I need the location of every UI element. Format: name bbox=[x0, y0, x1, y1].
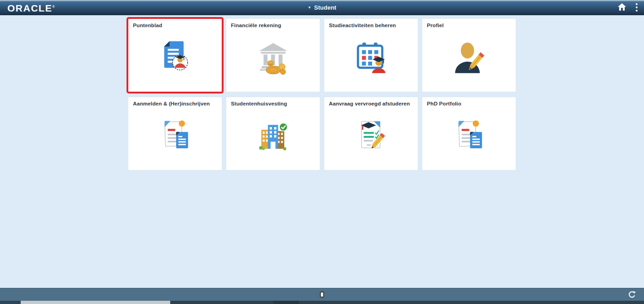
caret-marker bbox=[320, 292, 324, 298]
home-button[interactable] bbox=[617, 3, 627, 12]
tile-financiele-rekening[interactable]: Financiële rekening bbox=[226, 18, 320, 92]
tile-label: Profiel bbox=[422, 19, 516, 28]
actions-menu-button[interactable] bbox=[636, 3, 638, 12]
tile-label: PhD Portfolio bbox=[422, 97, 516, 106]
person-pencil-icon bbox=[422, 31, 516, 87]
tile-puntenblad[interactable]: Puntenblad bbox=[128, 18, 222, 92]
tile-label: Aanvraag vervroegd afstuderen bbox=[324, 97, 418, 106]
tile-aanmelden-herinschrijven[interactable]: Aanmelden & (Her)inschrijven bbox=[128, 97, 222, 170]
homepage-selector-dropdown[interactable]: ▼ Student bbox=[308, 0, 336, 15]
tile-profiel[interactable]: Profiel bbox=[422, 18, 516, 92]
top-navigation-bar: ORACLE® ▼ Student bbox=[0, 0, 644, 15]
home-icon bbox=[617, 3, 627, 12]
more-vertical-icon bbox=[636, 3, 638, 12]
tile-label: Studentenhuisvesting bbox=[226, 97, 320, 106]
graduation-checklist-pencil-icon bbox=[324, 109, 418, 165]
calendar-graduate-icon bbox=[324, 31, 418, 87]
tile-aanvraag-vervroegd-afstuderen[interactable]: Aanvraag vervroegd afstuderen bbox=[324, 97, 418, 170]
tile-grid: Puntenblad Financiële rekening bbox=[128, 18, 516, 170]
tile-label: Studieactiviteiten beheren bbox=[324, 19, 418, 28]
oracle-logo: ORACLE® bbox=[0, 0, 55, 15]
tile-phd-portfolio[interactable]: PhD Portfolio bbox=[422, 97, 516, 170]
homepage-title: Student bbox=[314, 4, 336, 11]
tile-label: Puntenblad bbox=[128, 19, 222, 28]
stacked-documents-badge-icon bbox=[422, 109, 516, 165]
registered-mark: ® bbox=[52, 5, 55, 8]
refresh-button[interactable] bbox=[627, 290, 637, 301]
transcript-document-graduate-badge-icon bbox=[128, 31, 222, 87]
tile-studentenhuisvesting[interactable]: Studentenhuisvesting bbox=[226, 97, 320, 170]
tile-label: Aanmelden & (Her)inschrijven bbox=[128, 97, 222, 106]
buildings-checkmark-icon bbox=[226, 109, 320, 165]
taskbar-strip bbox=[0, 301, 644, 304]
tile-studieactiviteiten-beheren[interactable]: Studieactiviteiten beheren bbox=[324, 18, 418, 92]
taskbar-segment bbox=[0, 301, 21, 304]
footer-bar bbox=[0, 288, 644, 301]
tile-label: Financiële rekening bbox=[226, 19, 320, 28]
taskbar-segment bbox=[274, 301, 299, 304]
taskbar-segment bbox=[21, 301, 170, 304]
stacked-documents-badge-icon bbox=[128, 109, 222, 165]
refresh-icon bbox=[627, 294, 637, 301]
dropdown-arrow-icon: ▼ bbox=[308, 6, 311, 10]
bank-building-coins-icon bbox=[226, 31, 320, 87]
